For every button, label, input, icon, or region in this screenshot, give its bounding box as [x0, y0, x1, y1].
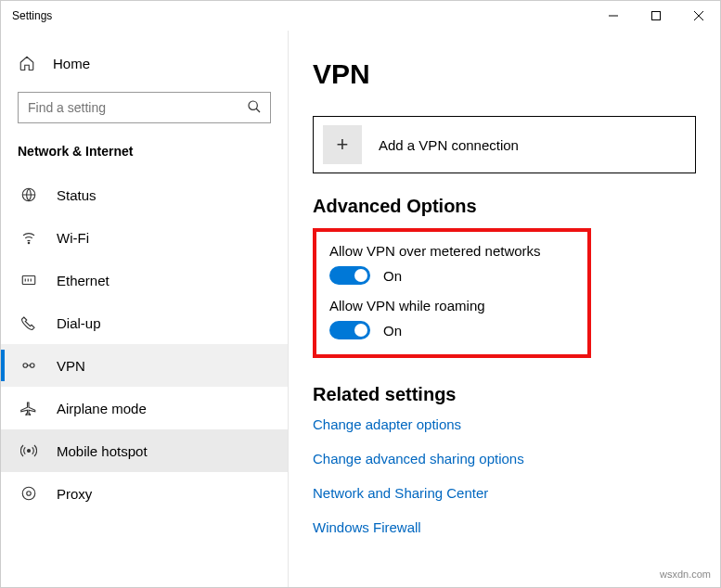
sidebar-item-hotspot[interactable]: Mobile hotspot [1, 429, 288, 472]
sidebar-item-label: Status [57, 187, 97, 203]
main-content: VPN + Add a VPN connection Advanced Opti… [289, 31, 720, 587]
search-input[interactable] [18, 92, 271, 123]
plus-icon: + [323, 125, 362, 164]
add-vpn-button[interactable]: + Add a VPN connection [313, 116, 696, 173]
toggle-metered-state: On [383, 268, 402, 284]
dialup-icon [19, 314, 38, 331]
sidebar-item-label: Mobile hotspot [57, 443, 148, 459]
svg-rect-8 [22, 276, 35, 285]
status-icon [19, 186, 38, 203]
toggle-roaming-switch[interactable] [329, 321, 370, 339]
titlebar: Settings [1, 1, 720, 31]
home-nav[interactable]: Home [1, 49, 288, 92]
link-adapter-options[interactable]: Change adapter options [313, 416, 696, 432]
svg-point-7 [28, 242, 30, 244]
sidebar-item-ethernet[interactable]: Ethernet [1, 259, 288, 301]
link-network-center[interactable]: Network and Sharing Center [313, 485, 696, 501]
add-vpn-label: Add a VPN connection [379, 137, 519, 153]
highlight-box: Allow VPN over metered networks On Allow… [313, 228, 591, 358]
sidebar-section-label: Network & Internet [1, 144, 288, 173]
svg-point-10 [31, 364, 35, 368]
sidebar-item-label: Airplane mode [57, 401, 147, 416]
window-controls [592, 1, 720, 31]
toggle-roaming-label: Allow VPN while roaming [329, 298, 574, 313]
page-title: VPN [313, 58, 696, 90]
window-title: Settings [12, 9, 52, 22]
sidebar-item-airplane[interactable]: Airplane mode [1, 387, 288, 429]
toggle-roaming: Allow VPN while roaming On [329, 298, 574, 339]
toggle-metered-switch[interactable] [329, 266, 370, 285]
svg-point-4 [249, 101, 257, 109]
airplane-icon [19, 400, 38, 416]
svg-point-11 [28, 450, 31, 453]
svg-rect-1 [652, 12, 661, 20]
toggle-metered-label: Allow VPN over metered networks [329, 243, 574, 259]
minimize-button[interactable] [592, 1, 635, 31]
svg-line-5 [256, 109, 260, 112]
svg-point-13 [27, 492, 32, 496]
svg-point-12 [22, 487, 35, 500]
search-wrap [18, 92, 271, 123]
toggle-metered: Allow VPN over metered networks On [329, 243, 574, 285]
sidebar-item-label: Ethernet [57, 273, 109, 288]
close-button[interactable] [677, 1, 720, 31]
sidebar-item-label: Dial-up [57, 315, 101, 331]
svg-point-9 [23, 364, 28, 368]
sidebar-item-status[interactable]: Status [1, 173, 288, 216]
watermark: wsxdn.com [660, 569, 711, 580]
sidebar-item-label: VPN [57, 358, 85, 374]
home-label: Home [53, 56, 90, 71]
sidebar: Home Network & Internet Status Wi-Fi Eth… [1, 31, 289, 587]
sidebar-item-label: Proxy [57, 486, 92, 502]
sidebar-item-vpn[interactable]: VPN [1, 344, 288, 387]
link-windows-firewall[interactable]: Windows Firewall [313, 519, 696, 535]
wifi-icon [19, 229, 38, 246]
sidebar-item-dialup[interactable]: Dial-up [1, 301, 288, 344]
search-icon [247, 99, 262, 118]
toggle-roaming-state: On [383, 323, 402, 339]
sidebar-item-proxy[interactable]: Proxy [1, 472, 288, 515]
sidebar-item-label: Wi-Fi [57, 230, 89, 246]
home-icon [18, 55, 36, 71]
vpn-icon [19, 357, 38, 374]
related-settings-heading: Related settings [313, 384, 696, 405]
link-sharing-options[interactable]: Change advanced sharing options [313, 451, 696, 467]
hotspot-icon [19, 442, 38, 459]
maximize-button[interactable] [635, 1, 677, 31]
sidebar-item-wifi[interactable]: Wi-Fi [1, 216, 288, 259]
advanced-options-heading: Advanced Options [313, 196, 696, 217]
ethernet-icon [19, 272, 38, 288]
proxy-icon [19, 485, 38, 502]
